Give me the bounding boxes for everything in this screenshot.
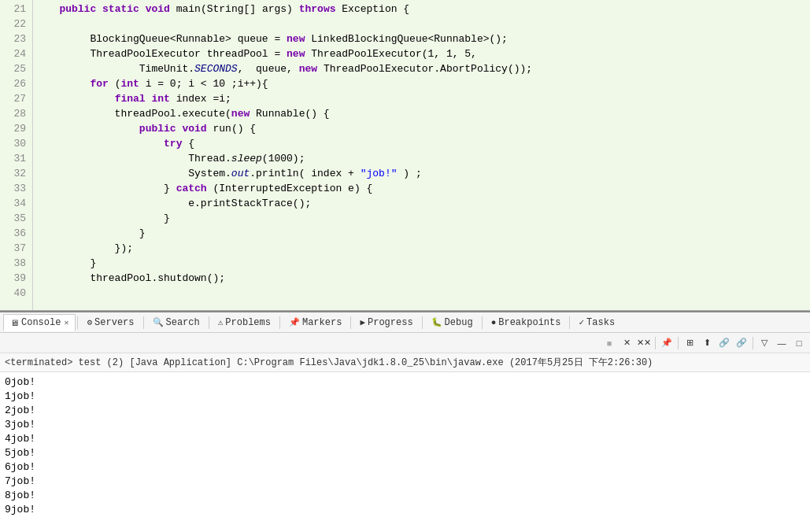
- clear-button[interactable]: ✕: [619, 335, 634, 351]
- console-tab-bar: 🖥Console✕⚙Servers🔍Search⚠Problems📌Marker…: [0, 312, 810, 333]
- console-tab-tasks[interactable]: ✓Tasks: [571, 314, 622, 331]
- console-panel: 🖥Console✕⚙Servers🔍Search⚠Problems📌Marker…: [0, 311, 810, 532]
- console-toolbar: ■ ✕ ✕✕ 📌 ⊞ ⬆ 🔗 🔗 ▽ — □: [0, 333, 810, 353]
- line-number: 22: [3, 17, 26, 31]
- code-content[interactable]: public static void main(String[] args) t…: [33, 0, 810, 310]
- pin-button[interactable]: 📌: [659, 335, 675, 351]
- toolbar-sep-1: [655, 337, 656, 349]
- code-line: [41, 17, 810, 31]
- tab-label: Markers: [302, 317, 342, 328]
- output-line: 0job!: [5, 375, 805, 390]
- tab-separator: [209, 316, 209, 329]
- tasks-icon: ✓: [579, 317, 584, 327]
- minimize-button[interactable]: —: [774, 335, 790, 351]
- code-line: Thread.sleep(1000);: [41, 151, 810, 166]
- tab-label: Breakpoints: [498, 317, 560, 328]
- marker-icon: 📌: [289, 317, 300, 327]
- code-line: System.out.println( index + "job!" ) ;: [41, 166, 810, 181]
- warning-icon: ⚠: [218, 317, 224, 327]
- output-line: 2job!: [5, 404, 805, 418]
- console-tab-servers[interactable]: ⚙Servers: [80, 314, 141, 331]
- line-number: 31: [3, 151, 26, 166]
- line-number: 25: [3, 61, 26, 76]
- line-number: 39: [3, 271, 26, 286]
- bug-icon: 🐛: [431, 317, 442, 327]
- stop-button[interactable]: ■: [601, 335, 617, 351]
- line-number: 27: [3, 91, 26, 106]
- tab-label: Console: [21, 317, 61, 328]
- line-number: 24: [3, 46, 26, 61]
- code-line: TimeUnit.SECONDS, queue, new ThreadPoolE…: [41, 61, 810, 76]
- console-tab-breakpoints[interactable]: ●Breakpoints: [484, 314, 568, 331]
- line-number: 36: [3, 226, 26, 241]
- tab-label: Servers: [94, 317, 134, 328]
- tab-label: Search: [166, 317, 200, 328]
- code-line: threadPool.shutdown();: [41, 271, 810, 286]
- link-button[interactable]: 🔗: [716, 335, 732, 351]
- line-number: 35: [3, 211, 26, 226]
- code-line: }: [41, 226, 810, 241]
- code-line: final int index =i;: [41, 91, 810, 106]
- line-number: 34: [3, 196, 26, 211]
- code-line: threadPool.execute(new Runnable() {: [41, 106, 810, 121]
- console-tab-progress[interactable]: ▶Progress: [353, 314, 420, 331]
- tab-separator: [143, 316, 144, 329]
- tab-label: Problems: [225, 317, 271, 328]
- open-button[interactable]: ⬆: [699, 335, 715, 351]
- console-tab-debug[interactable]: 🐛Debug: [424, 314, 480, 331]
- server-icon: ⚙: [87, 317, 92, 327]
- code-line: }: [41, 211, 810, 226]
- console-output[interactable]: 0job!1job!2job!3job!4job!5job!6job!7job!…: [0, 372, 810, 532]
- code-line: BlockingQueue<Runnable> queue = new Link…: [41, 31, 810, 46]
- code-line: try {: [41, 136, 810, 151]
- output-line: 5job!: [5, 446, 805, 460]
- clear-all-button[interactable]: ✕✕: [636, 335, 652, 351]
- output-line: 7job!: [5, 475, 805, 489]
- line-number: 38: [3, 256, 26, 271]
- new-console-button[interactable]: ⊞: [682, 335, 697, 351]
- tab-separator: [77, 316, 78, 329]
- line-number: 32: [3, 166, 26, 181]
- tab-close-icon[interactable]: ✕: [64, 318, 68, 327]
- console-tab-search[interactable]: 🔍Search: [146, 314, 207, 331]
- code-line: public void run() {: [41, 121, 810, 136]
- code-line: ThreadPoolExecutor threadPool = new Thre…: [41, 46, 810, 61]
- toolbar-sep-3: [753, 337, 753, 349]
- breakpoint-icon: ●: [491, 318, 497, 327]
- output-line: 6job!: [5, 460, 805, 475]
- code-line: }: [41, 256, 810, 271]
- line-number: 33: [3, 181, 26, 196]
- console-tab-console[interactable]: 🖥Console✕: [3, 314, 76, 331]
- code-line: });: [41, 241, 810, 256]
- line-number: 21: [3, 2, 26, 17]
- line-number: 29: [3, 121, 26, 136]
- tab-separator: [482, 316, 483, 329]
- console-tab-markers[interactable]: 📌Markers: [282, 314, 349, 331]
- tab-label: Tasks: [586, 317, 615, 328]
- view-menu-button[interactable]: ▽: [756, 335, 772, 351]
- unlink-button[interactable]: 🔗: [734, 335, 749, 351]
- line-number: 37: [3, 241, 26, 256]
- line-number: 23: [3, 31, 26, 46]
- tab-label: Debug: [445, 317, 473, 328]
- tab-separator: [279, 316, 280, 329]
- output-line: 4job!: [5, 432, 805, 446]
- monitor-icon: 🖥: [10, 318, 19, 328]
- code-line: public static void main(String[] args) t…: [41, 2, 810, 17]
- code-line: [41, 286, 810, 301]
- code-line: } catch (InterruptedException e) {: [41, 181, 810, 196]
- progress-icon: ▶: [360, 317, 365, 327]
- console-status-text: <terminated> test (2) [Java Application]…: [0, 353, 810, 372]
- maximize-button[interactable]: □: [791, 335, 807, 351]
- line-number: 30: [3, 136, 26, 151]
- line-numbers: 2122232425262728293031323334353637383940: [0, 0, 33, 310]
- toolbar-sep-2: [678, 337, 679, 349]
- line-number: 28: [3, 106, 26, 121]
- tab-separator: [350, 316, 351, 329]
- tab-separator: [569, 316, 570, 329]
- output-line: 1job!: [5, 390, 805, 404]
- output-line: 9job!: [5, 503, 805, 517]
- console-tab-problems[interactable]: ⚠Problems: [211, 314, 278, 331]
- output-line: 3job!: [5, 418, 805, 432]
- search-icon: 🔍: [153, 317, 164, 327]
